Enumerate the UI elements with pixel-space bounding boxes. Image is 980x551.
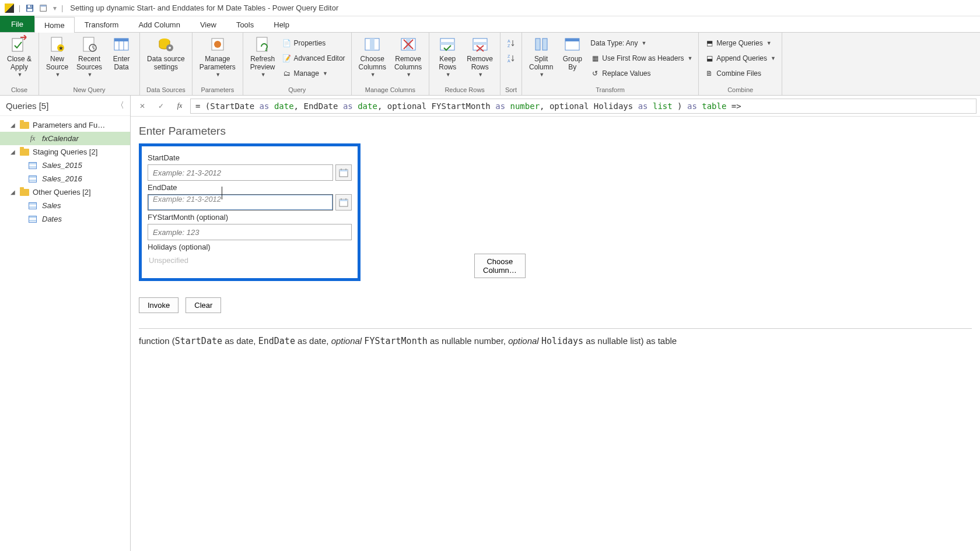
group-reduce-rows-label: Reduce Rows (433, 85, 496, 95)
svg-rect-13 (114, 38, 128, 41)
data-type-button[interactable]: Data Type: Any▼ (588, 36, 695, 50)
tab-transform[interactable]: Transform (75, 16, 129, 32)
table-icon (28, 202, 37, 210)
enddate-input[interactable]: Example: 21-3-2012 (148, 194, 333, 210)
formula-cancel-button[interactable]: ✕ (134, 99, 150, 114)
recent-sources-button[interactable]: Recent Sources▼ (73, 34, 106, 79)
table-icon (28, 215, 37, 223)
startdate-picker-button[interactable] (335, 164, 352, 181)
remove-columns-button[interactable]: Remove Columns▼ (391, 34, 425, 79)
svg-point-18 (169, 47, 171, 49)
choose-column-button[interactable]: Choose Column… (474, 254, 526, 278)
split-column-button[interactable]: Split Column▼ (526, 34, 556, 79)
menu-tabs: File Home Transform Add Column View Tool… (0, 16, 980, 33)
fystartmonth-input[interactable] (148, 224, 352, 240)
svg-rect-23 (370, 38, 374, 50)
remove-rows-button[interactable]: Remove Rows▼ (463, 34, 496, 79)
svg-rect-29 (440, 42, 454, 45)
properties-icon: 📄 (282, 38, 292, 48)
enddate-picker-button[interactable] (335, 194, 352, 210)
queries-header: Queries [5] (6, 101, 48, 111)
choose-columns-button[interactable]: Choose Columns▼ (355, 34, 390, 79)
tree-item-sales[interactable]: Sales (0, 199, 130, 212)
folder-icon (20, 149, 29, 156)
startdate-input[interactable] (148, 164, 333, 181)
combine-files-button[interactable]: 🗎Combine Files (702, 66, 778, 80)
queries-sidebar: Queries [5] 〈 ◢ Parameters and Fu… fx fx… (0, 96, 131, 551)
expand-icon: ◢ (10, 122, 16, 128)
group-combine-label: Combine (702, 85, 778, 95)
clear-button[interactable]: Clear (186, 297, 221, 313)
function-signature: function (StartDate as date, EndDate as … (139, 336, 972, 346)
svg-rect-3 (30, 5, 32, 7)
tab-view[interactable]: View (190, 16, 226, 32)
startdate-label: StartDate (148, 153, 352, 162)
merge-icon: ⬒ (705, 38, 714, 48)
append-queries-button[interactable]: ⬓Append Queries▼ (702, 51, 778, 65)
folder-icon (20, 189, 29, 196)
tab-tools[interactable]: Tools (226, 16, 264, 32)
merge-queries-button[interactable]: ⬒Merge Queries▼ (702, 36, 778, 50)
tree-item-fxcalendar[interactable]: fx fxCalendar (0, 132, 130, 145)
collapse-sidebar-icon[interactable]: 〈 (116, 100, 124, 111)
tree-item-sales-2016[interactable]: Sales_2016 (0, 172, 130, 185)
group-query-label: Query (247, 85, 348, 95)
keep-rows-label: Keep Rows (439, 55, 456, 72)
group-close-label: Close (4, 85, 35, 95)
first-row-headers-button[interactable]: ▦Use First Row as Headers▼ (588, 51, 695, 65)
enddate-label: EndDate (148, 183, 352, 192)
svg-rect-43 (340, 170, 348, 171)
tab-help[interactable]: Help (264, 16, 299, 32)
replace-values-button[interactable]: ↺Replace Values (588, 66, 695, 80)
sort-asc-button[interactable]: AZ (504, 36, 518, 50)
app-icon (5, 3, 14, 13)
svg-text:A: A (508, 59, 510, 63)
svg-rect-39 (542, 38, 547, 50)
qat-save-icon[interactable] (24, 2, 36, 14)
tree-item-dates[interactable]: Dates (0, 212, 130, 226)
tree-group-other[interactable]: ◢ Other Queries [2] (0, 185, 130, 199)
properties-button[interactable]: 📄Properties (280, 36, 348, 50)
formula-input[interactable]: = (StartDate as date, EndDate as date, o… (190, 99, 977, 114)
refresh-preview-button[interactable]: Refresh Preview▼ (247, 34, 279, 79)
remove-columns-icon (399, 35, 418, 54)
tree-group-parameters[interactable]: ◢ Parameters and Fu… (0, 118, 130, 132)
group-parameters-label: Parameters (196, 85, 239, 95)
formula-fx-button[interactable]: fx (172, 99, 188, 114)
new-source-button[interactable]: ★ New Source▼ (43, 34, 72, 79)
data-source-settings-button[interactable]: Data source settings (144, 34, 188, 73)
svg-rect-31 (473, 42, 487, 45)
tree-group-staging[interactable]: ◢ Staging Queries [2] (0, 145, 130, 159)
enter-data-button[interactable]: Enter Data (107, 34, 136, 73)
replace-icon: ↺ (590, 69, 600, 78)
group-sort-label: Sort (504, 85, 518, 95)
sort-desc-icon: ZA (506, 54, 516, 63)
data-source-settings-label: Data source settings (147, 55, 185, 72)
manage-button[interactable]: 🗂Manage▼ (280, 66, 348, 80)
tab-home[interactable]: Home (34, 17, 75, 33)
tab-add-column[interactable]: Add Column (128, 16, 190, 32)
keep-rows-icon (438, 35, 457, 54)
close-apply-button[interactable]: Close & Apply▼ (4, 34, 35, 79)
svg-rect-6 (12, 38, 23, 51)
advanced-editor-button[interactable]: 📝Advanced Editor (280, 51, 348, 65)
tree-item-sales-2015[interactable]: Sales_2015 (0, 159, 130, 172)
choose-columns-icon (363, 35, 382, 54)
manage-parameters-button[interactable]: Manage Parameters▼ (196, 34, 239, 79)
sort-desc-button[interactable]: ZA (504, 51, 518, 65)
data-source-settings-icon (156, 35, 175, 54)
group-data-sources-label: Data Sources (144, 85, 188, 95)
group-by-icon (563, 35, 582, 54)
group-new-query-label: New Query (43, 85, 136, 95)
keep-rows-button[interactable]: Keep Rows▼ (433, 34, 462, 79)
tab-file[interactable]: File (0, 16, 34, 32)
separator: | (61, 4, 63, 12)
group-transform-label: Transform (526, 85, 695, 95)
invoke-button[interactable]: Invoke (139, 297, 178, 313)
headers-icon: ▦ (590, 54, 600, 63)
formula-commit-button[interactable]: ✓ (153, 99, 169, 114)
qat-undo-icon[interactable] (38, 2, 50, 14)
queries-tree: ◢ Parameters and Fu… fx fxCalendar ◢ Sta… (0, 116, 130, 228)
group-by-button[interactable]: Group By (558, 34, 587, 73)
main-area: ✕ ✓ fx = (StartDate as date, EndDate as … (131, 96, 980, 551)
